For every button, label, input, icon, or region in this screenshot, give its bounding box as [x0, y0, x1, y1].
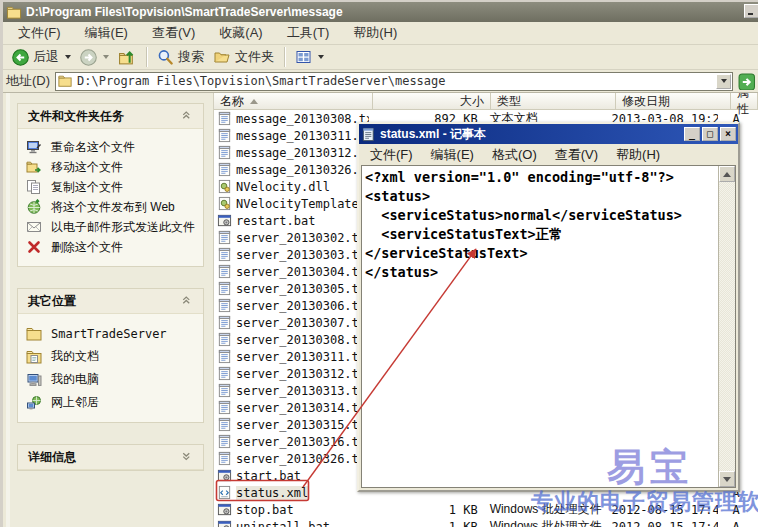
place-item[interactable]: SmartTradeServer [26, 323, 199, 345]
xml-file-icon [217, 485, 232, 500]
explorer-titlebar[interactable]: D:\Program Files\Topvision\SmartTradeSer… [3, 2, 758, 22]
column-header-名称[interactable]: 名称 [214, 93, 373, 110]
toolbar-separator [284, 47, 285, 67]
task-item[interactable]: 重命名这个文件 [26, 138, 199, 158]
notepad-menu-item-帮助(H)[interactable]: 帮助(H) [607, 144, 669, 166]
file-row[interactable]: uninstall.bat1 KBWindows 批处理文件2012-08-15… [214, 518, 758, 527]
go-button[interactable] [738, 73, 755, 90]
web-icon [26, 199, 42, 215]
back-dropdown-icon[interactable] [65, 55, 71, 59]
task-item[interactable]: 移动这个文件 [26, 158, 199, 178]
txt-file-icon [217, 281, 232, 296]
notepad-scrollbar[interactable] [718, 166, 735, 487]
column-header-大小[interactable]: 大小 [373, 93, 491, 110]
bat-file-icon [217, 519, 232, 527]
file-name[interactable]: server_20130308.txt [236, 333, 369, 347]
file-name[interactable]: server_20130304.txt [236, 265, 369, 279]
forward-button[interactable] [77, 48, 112, 67]
search-button[interactable]: 搜索 [154, 47, 207, 67]
file-name[interactable]: server_20130326.txt [236, 452, 369, 466]
notepad-editor[interactable]: <?xml version="1.0" encoding="utf-8"?> <… [361, 165, 736, 488]
place-item[interactable]: 网上邻居 [26, 391, 199, 414]
file-name[interactable]: restart.bat [236, 214, 315, 228]
notepad-menu-item-编辑(E)[interactable]: 编辑(E) [422, 144, 483, 166]
notepad-minimize-button[interactable]: _ [684, 127, 700, 141]
scroll-up-button[interactable] [719, 166, 735, 182]
column-header-类型[interactable]: 类型 [491, 93, 616, 110]
file-name[interactable]: server_20130307.txt [236, 316, 369, 330]
explorer-menu-item-工具(T)[interactable]: 工具(T) [278, 22, 345, 44]
chevron-down-icon[interactable] [180, 451, 194, 463]
task-label: 移动这个文件 [51, 160, 123, 175]
back-button[interactable]: 后退 [9, 47, 74, 67]
details-panel-header[interactable]: 详细信息 [18, 445, 203, 470]
address-dropdown-button[interactable] [716, 74, 731, 89]
explorer-menu-item-编辑(E)[interactable]: 编辑(E) [76, 22, 143, 44]
file-name[interactable]: status.xml [236, 486, 308, 500]
bat-file-icon [217, 502, 232, 517]
file-name[interactable]: server_20130305.txt [236, 282, 369, 296]
file-row[interactable]: stop.bat1 KBWindows 批处理文件2012-08-15 17:4… [214, 501, 758, 518]
task-item[interactable]: 将这个文件发布到 Web [26, 198, 199, 218]
explorer-menu-item-帮助(H)[interactable]: 帮助(H) [344, 22, 412, 44]
file-name[interactable]: message_20130312.txt [236, 146, 369, 160]
file-name[interactable]: uninstall.bat [236, 520, 330, 527]
minimize-button[interactable] [744, 4, 758, 18]
tasks-panel-header[interactable]: 文件和文件夹任务 [18, 104, 203, 129]
address-value: D:\Program Files\Topvision\SmartTradeSer… [77, 74, 445, 88]
notepad-menu-item-格式(O)[interactable]: 格式(O) [483, 144, 546, 166]
up-button[interactable] [115, 48, 139, 67]
explorer-menu-item-查看(V)[interactable]: 查看(V) [143, 22, 210, 44]
places-panel-header[interactable]: 其它位置 [18, 289, 203, 314]
notepad-titlebar[interactable]: status.xml - 记事本 _ □ × [359, 124, 738, 144]
place-item[interactable]: 我的电脑 [26, 368, 199, 391]
forward-dropdown-icon[interactable] [103, 55, 109, 59]
file-name[interactable]: NVelocity.dll [236, 180, 330, 194]
dll-file-icon [217, 179, 232, 194]
address-input[interactable]: D:\Program Files\Topvision\SmartTradeSer… [55, 72, 733, 91]
file-name[interactable]: server_20130306.txt [236, 299, 369, 313]
notepad-text[interactable]: <?xml version="1.0" encoding="utf-8"?> <… [362, 166, 718, 487]
task-item[interactable]: 以电子邮件形式发送此文件 [26, 218, 199, 238]
file-name[interactable]: message_20130311.txt [236, 129, 369, 143]
file-name[interactable]: server_20130312.txt [236, 367, 369, 381]
file-name[interactable]: server_20130314.txt [236, 401, 369, 415]
folders-icon [213, 49, 231, 65]
column-header-属性[interactable]: 属性 [731, 93, 758, 110]
file-name[interactable]: server_20130302.txt [236, 231, 369, 245]
tasks-panel: 文件和文件夹任务 重命名这个文件移动这个文件复制这个文件将这个文件发布到 Web… [17, 103, 204, 267]
txt-file-icon [217, 162, 232, 177]
column-header-修改日期[interactable]: 修改日期 [616, 93, 731, 110]
explorer-menu-item-收藏(A)[interactable]: 收藏(A) [210, 22, 277, 44]
move-icon [26, 159, 42, 175]
file-name[interactable]: server_20130316.txt [236, 435, 369, 449]
chevron-up-icon[interactable] [180, 110, 194, 122]
task-item[interactable]: 删除这个文件 [26, 238, 199, 258]
file-name[interactable]: message_20130326.txt [236, 163, 369, 177]
views-button[interactable] [292, 48, 327, 66]
views-dropdown-icon[interactable] [318, 55, 324, 59]
file-name[interactable]: message_20130308.txt [236, 112, 369, 126]
txt-file-icon [217, 145, 232, 160]
notepad-menu-item-查看(V)[interactable]: 查看(V) [546, 144, 607, 166]
file-attr: A [718, 503, 758, 517]
file-name[interactable]: server_20130315.txt [236, 418, 369, 432]
txt-file-icon [217, 383, 232, 398]
task-item[interactable]: 复制这个文件 [26, 178, 199, 198]
file-name[interactable]: start.bat [236, 469, 301, 483]
file-name[interactable]: stop.bat [236, 503, 294, 517]
file-name[interactable]: server_20130303.txt [236, 248, 369, 262]
folders-button[interactable]: 文件夹 [210, 47, 277, 67]
notepad-maximize-button[interactable]: □ [702, 127, 718, 141]
notepad-menu-item-文件(F)[interactable]: 文件(F) [361, 144, 422, 166]
chevron-up-icon[interactable] [180, 295, 194, 307]
file-name[interactable]: NVelocityTemplateEng [236, 197, 369, 211]
file-name[interactable]: server_20130313.txt [236, 384, 369, 398]
place-item[interactable]: 我的文档 [26, 345, 199, 368]
scroll-down-button[interactable] [719, 471, 735, 487]
file-name[interactable]: server_20130311.txt [236, 350, 369, 364]
file-date: 2012-08-15 17:45 [605, 503, 717, 517]
explorer-addressbar: 地址(D) D:\Program Files\Topvision\SmartTr… [3, 70, 758, 93]
explorer-menu-item-文件(F)[interactable]: 文件(F) [9, 22, 76, 44]
notepad-close-button[interactable]: × [720, 127, 736, 141]
